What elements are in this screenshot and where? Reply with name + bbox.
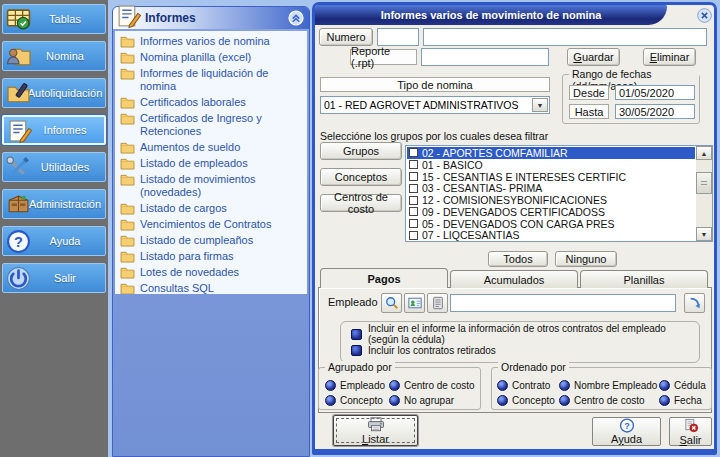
dialog-title: Informes varios de movimiento de nomina <box>381 9 602 21</box>
report-list-item[interactable]: Listado de cargos <box>115 202 305 218</box>
report-list-item[interactable]: Listado para firmas <box>115 250 305 266</box>
checkbox[interactable] <box>409 219 418 228</box>
sidebar-item[interactable]: Informes <box>2 115 106 145</box>
report-list-item[interactable]: Aumentos de sueldo <box>115 141 305 157</box>
radio-option: Nombre Empleado <box>559 380 659 391</box>
report-list-item[interactable]: Certificados de Ingreso y Retenciones <box>115 112 305 141</box>
report-list-item-label: Certificados de Ingreso y Retenciones <box>140 112 262 137</box>
tab[interactable]: Planillas <box>580 270 708 288</box>
radio-label: Centro de costo <box>404 380 475 391</box>
hasta-input[interactable] <box>615 104 695 119</box>
radio-icon[interactable] <box>659 395 670 406</box>
report-list-item[interactable]: Lotes de novedades <box>115 266 305 282</box>
tipo-nomina-select[interactable]: 01 - RED AGROVET ADMINISTRATIVOS ▼ <box>320 96 550 114</box>
salir-button[interactable]: Salir <box>669 417 712 446</box>
radio-icon[interactable] <box>325 380 336 391</box>
group-row[interactable]: 03 - CESANTIAS- PRIMA <box>407 182 695 194</box>
reporte-input[interactable] <box>421 48 549 66</box>
category-button[interactable]: Centros de costo <box>320 194 402 212</box>
todos-button[interactable]: Todos <box>488 251 548 267</box>
report-list-item[interactable]: Consultas SQL <box>115 282 305 294</box>
chevron-down-icon[interactable]: ▼ <box>532 98 548 112</box>
salir-label: Salir <box>679 434 701 446</box>
radio-icon[interactable] <box>389 395 400 406</box>
option-indicator-icon[interactable] <box>351 329 362 340</box>
sidebar-item[interactable]: Nomina <box>2 41 106 71</box>
checkbox[interactable] <box>409 231 418 240</box>
report-list-item[interactable]: Informes de liquidación de nomina <box>115 67 305 96</box>
report-list-item[interactable]: Vencimientos de Contratos <box>115 218 305 234</box>
folder-icon <box>120 141 135 154</box>
group-row[interactable]: 12 - COMISIONESYBONIFICACIONES <box>407 194 695 206</box>
listar-button[interactable]: Listar <box>333 415 418 446</box>
report-list-item-label: Vencimientos de Contratos <box>140 218 271 230</box>
checkbox[interactable] <box>409 160 418 169</box>
scrollbar-up-button[interactable]: ▲ <box>696 146 712 160</box>
checkbox[interactable] <box>409 196 418 205</box>
guardar-button[interactable]: Guardar <box>567 48 620 66</box>
checkbox[interactable] <box>409 207 418 216</box>
sidebar-item[interactable]: Autoliquidación <box>2 78 106 108</box>
radio-icon[interactable] <box>559 395 570 406</box>
scrollbar-thumb[interactable] <box>696 172 712 194</box>
arrow-down-right-icon[interactable] <box>684 293 705 313</box>
report-list-item[interactable]: Informes varios de nomina <box>115 35 305 51</box>
id-card-icon[interactable] <box>404 293 425 313</box>
eliminar-button[interactable]: Eliminar <box>643 48 696 66</box>
category-button[interactable]: Grupos <box>320 142 402 160</box>
checkbox[interactable] <box>409 148 418 157</box>
group-row-label: 12 - COMISIONESYBONIFICACIONES <box>422 194 607 206</box>
agrupado-groupbox: Agrupado por Empleado Centro de costo <box>318 367 481 410</box>
radio-icon[interactable] <box>659 380 670 391</box>
group-row[interactable]: 15 - CESANTIAS E INTERESES CERTIFIC <box>407 171 695 183</box>
category-button[interactable]: Conceptos <box>320 168 402 186</box>
tab[interactable]: Pagos <box>320 268 448 288</box>
numero-button[interactable]: Numero <box>319 28 373 46</box>
numero-input[interactable] <box>377 28 419 46</box>
group-row[interactable]: 05 - DEVENGADOS CON CARGA PRES <box>407 218 695 230</box>
checkbox[interactable] <box>409 172 418 181</box>
magnifier-icon[interactable] <box>381 293 402 313</box>
radio-label: No agrupar <box>404 395 454 406</box>
ayuda-label: Ayuda <box>611 433 642 445</box>
ninguno-button[interactable]: Ninguno <box>555 251 617 267</box>
report-list-item[interactable]: Listado de movimientos (novedades) <box>115 173 305 202</box>
sidebar-item[interactable]: Tablas <box>2 4 106 34</box>
tab[interactable]: Acumulados <box>450 270 578 288</box>
report-list-item[interactable]: Certificados laborales <box>115 96 305 112</box>
group-row-label: 05 - DEVENGADOS CON CARGA PRES <box>422 218 615 230</box>
scrollbar-down-button[interactable]: ▼ <box>696 227 712 241</box>
sidebar-item[interactable]: Utilidades <box>2 152 106 182</box>
ayuda-button[interactable]: ? Ayuda <box>592 417 661 446</box>
group-row[interactable]: 07 - LIQCESANTIAS <box>407 230 695 242</box>
radio-label: Cédula <box>674 380 706 391</box>
radio-icon[interactable] <box>389 380 400 391</box>
svg-text:?: ? <box>624 421 630 431</box>
radio-icon[interactable] <box>497 380 508 391</box>
radio-icon[interactable] <box>325 395 336 406</box>
radio-option: Centro de costo <box>389 380 480 391</box>
chevron-up-circle-icon[interactable] <box>288 10 304 26</box>
report-list-item[interactable]: Nomina planilla (excel) <box>115 51 305 67</box>
group-row[interactable]: 02 - APORTES COMFAMILIAR <box>407 147 695 159</box>
checkbox[interactable] <box>409 184 418 193</box>
desde-input[interactable] <box>615 85 695 100</box>
report-list-item[interactable]: Listado de cumpleaños <box>115 234 305 250</box>
filter-instruction: Seleccióne los grupos por los cuales des… <box>320 130 548 142</box>
svg-text:?: ? <box>14 234 23 250</box>
sidebar-item[interactable]: ? Ayuda <box>2 226 106 256</box>
radio-icon[interactable] <box>497 395 508 406</box>
close-icon[interactable] <box>697 8 712 23</box>
option-indicator-icon[interactable] <box>351 345 362 356</box>
group-row-label: 09 - DEVENGADOS CERTIFICADOSS <box>422 206 605 218</box>
notes-icon[interactable] <box>427 293 448 313</box>
empleado-input[interactable] <box>450 294 676 312</box>
group-row[interactable]: 09 - DEVENGADOS CERTIFICADOSS <box>407 206 695 218</box>
report-list-item[interactable]: Listado de empleados <box>115 157 305 173</box>
numero-description-input[interactable] <box>423 28 707 46</box>
report-list-item-label: Nomina planilla (excel) <box>140 51 251 63</box>
sidebar-item[interactable]: Salir <box>2 263 106 293</box>
group-row[interactable]: 01 - BASICO <box>407 159 695 171</box>
sidebar-item[interactable]: Administración <box>2 189 106 219</box>
radio-icon[interactable] <box>559 380 570 391</box>
